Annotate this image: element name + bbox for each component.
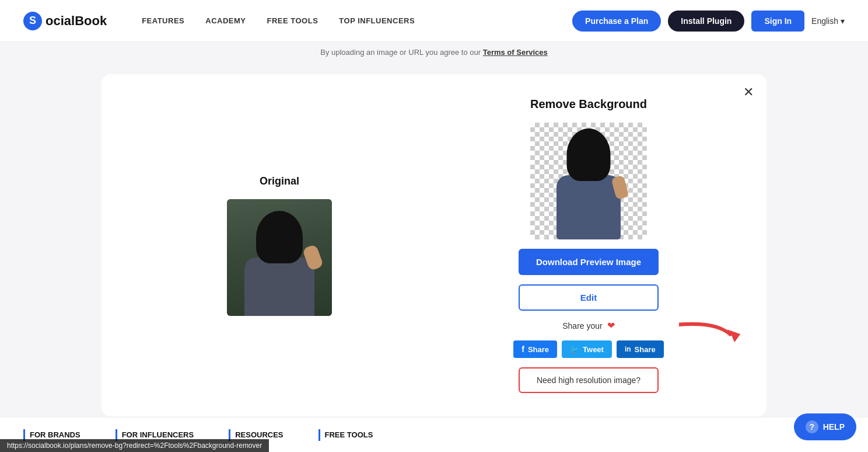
footer-brands-label: For Brands — [30, 430, 80, 439]
linkedin-share-button[interactable]: in Share — [617, 340, 664, 358]
svg-marker-0 — [727, 329, 740, 342]
footer-resources-label: RESOURCES — [235, 430, 283, 439]
share-row: Share your ❤ — [562, 320, 614, 331]
modal-card: ✕ Original Remove Background — [102, 74, 766, 416]
left-panel: Original — [136, 98, 422, 393]
help-icon: ? — [806, 420, 818, 433]
remove-background-title: Remove Background — [530, 98, 647, 111]
twitter-share-button[interactable]: 🐦 Tweet — [562, 340, 612, 358]
purchase-plan-button[interactable]: Purchase a Plan — [572, 11, 661, 32]
nav-top-influencers[interactable]: TOP INFLUENCERS — [339, 16, 415, 25]
share-buttons: f Share 🐦 Tweet in Share — [513, 340, 664, 358]
sub-header: By uploading an image or URL you agree t… — [0, 42, 868, 62]
status-bar: https://socialbook.io/plans/remove-bg?re… — [0, 439, 269, 452]
language-selector[interactable]: English ▾ — [811, 16, 845, 26]
linkedin-icon: in — [625, 345, 631, 353]
main-area: ✕ Original Remove Background — [0, 62, 868, 428]
heart-icon: ❤ — [607, 320, 615, 331]
status-url: https://socialbook.io/plans/remove-bg?re… — [7, 441, 262, 450]
footer-bar-accent-4 — [318, 429, 320, 441]
help-label: HELP — [823, 422, 845, 432]
processed-image — [530, 123, 647, 239]
close-button[interactable]: ✕ — [743, 85, 754, 100]
sub-header-text: By uploading an image or URL you agree t… — [320, 48, 482, 57]
facebook-share-button[interactable]: f Share — [513, 340, 557, 358]
language-label: English — [811, 16, 838, 26]
help-button[interactable]: ? HELP — [794, 413, 856, 440]
nav-free-tools[interactable]: FREE TOOLS — [267, 16, 318, 25]
header-actions: Purchase a Plan Install Plugin Sign In E… — [572, 11, 845, 32]
nav: FEATURES ACADEMY FREE TOOLS TOP INFLUENC… — [142, 16, 572, 25]
logo-icon: S — [23, 12, 42, 30]
right-panel: Remove Background Download Preview Image — [446, 98, 732, 393]
edit-button[interactable]: Edit — [519, 284, 659, 311]
footer-free-tools: Free Tools — [318, 429, 373, 441]
twitter-share-label: Tweet — [583, 345, 604, 354]
download-preview-button[interactable]: Download Preview Image — [519, 249, 659, 275]
facebook-share-label: Share — [528, 345, 549, 354]
twitter-icon: 🐦 — [570, 345, 579, 354]
original-label: Original — [260, 175, 299, 187]
share-label: Share your — [562, 321, 602, 331]
nav-academy[interactable]: ACADEMY — [205, 16, 246, 25]
chevron-down-icon: ▾ — [841, 16, 845, 26]
high-resolution-box[interactable]: Need high resolution image? — [519, 367, 659, 393]
linkedin-share-label: Share — [635, 345, 656, 354]
footer-free-tools-label: Free Tools — [325, 430, 373, 439]
install-plugin-button[interactable]: Install Plugin — [668, 11, 744, 32]
logo-text: ocialBook — [46, 13, 107, 29]
header: S ocialBook FEATURES ACADEMY FREE TOOLS … — [0, 0, 868, 42]
nav-features[interactable]: FEATURES — [142, 16, 184, 25]
terms-of-service-link[interactable]: Terms of Services — [483, 48, 548, 57]
original-image — [227, 199, 332, 316]
logo[interactable]: S ocialBook — [23, 12, 107, 30]
facebook-icon: f — [522, 345, 524, 354]
red-arrow-container — [673, 318, 749, 352]
high-resolution-text: Need high resolution image? — [537, 375, 640, 385]
footer-influencers-label: For Influencers — [122, 430, 194, 439]
red-arrow-icon — [673, 318, 749, 350]
sign-in-button[interactable]: Sign In — [751, 11, 804, 32]
